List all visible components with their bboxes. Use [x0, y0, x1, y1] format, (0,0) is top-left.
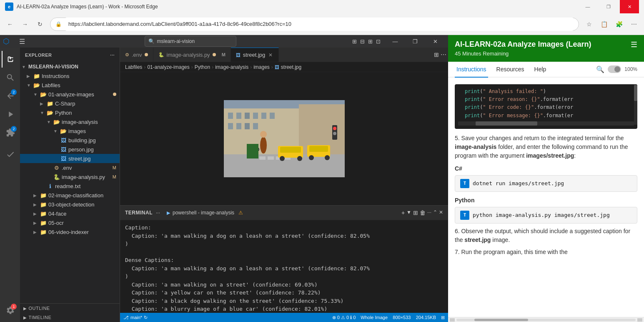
terminal-content[interactable]: Caption: Caption: 'a man walking a dog o…: [120, 220, 448, 313]
maximize-button[interactable]: ❐: [599, 0, 618, 13]
outline-header[interactable]: ▶ OUTLINE: [20, 304, 120, 313]
favorites-button[interactable]: ☆: [582, 18, 596, 31]
tree-item-readme[interactable]: ℹ readme.txt: [20, 181, 120, 191]
split-editor-tab-icon[interactable]: ⊞: [434, 51, 439, 58]
activity-test[interactable]: [2, 146, 18, 163]
terminal-add-icon[interactable]: +: [401, 209, 405, 216]
terminal-tab-powershell[interactable]: ▶ powershell - image-analysis ⚠: [163, 206, 246, 220]
grid-icon[interactable]: ⊡: [376, 38, 381, 45]
close-button[interactable]: ✕: [620, 0, 639, 13]
tree-item-py[interactable]: 🐍 image-analysis.py M: [20, 172, 120, 181]
forward-button[interactable]: →: [18, 18, 32, 31]
breadcrumb-python[interactable]: Python: [195, 64, 210, 70]
tab-env[interactable]: ⚙ .env: [120, 48, 153, 62]
timeline-header[interactable]: ▶ TIMELINE: [20, 313, 120, 322]
breadcrumb-file-icon: 🖼: [275, 65, 279, 70]
csharp-code-block[interactable]: T dotnet run images/street.jpg: [455, 175, 637, 192]
breadcrumb-images[interactable]: images: [253, 64, 270, 70]
tab-py[interactable]: 🐍 image-analysis.py M: [153, 48, 231, 62]
breadcrumb-ia[interactable]: image-analysis: [215, 64, 248, 70]
tree-item-images[interactable]: ▼ 📂 images: [20, 126, 120, 136]
hamburger-button[interactable]: ☰: [13, 35, 32, 48]
svg-point-21: [297, 156, 302, 161]
instructions-h-scrollbar[interactable]: ◀ ▶: [448, 317, 644, 322]
tree-item-02[interactable]: ▶ 📁 02-image-classification: [20, 191, 120, 200]
tree-item-05[interactable]: ▶ 📁 05-ocr: [20, 218, 120, 227]
folder-open2-icon: 📂: [40, 91, 47, 98]
branch-status[interactable]: ⎇ main* ↻: [123, 315, 148, 320]
activity-explorer[interactable]: [2, 51, 18, 68]
scroll-right-btn[interactable]: ▶: [637, 318, 642, 322]
nav-icons: ← → ↻: [3, 18, 47, 31]
tree-item-04[interactable]: ▶ 📁 04-face: [20, 209, 120, 218]
street-tab-close[interactable]: ✕: [268, 51, 273, 59]
tree-item-building[interactable]: 🖼 building.jpg: [20, 136, 120, 145]
breadcrumb-street[interactable]: street.jpg: [281, 64, 301, 70]
tab-help[interactable]: Help: [533, 62, 548, 78]
python-copy-icon[interactable]: T: [460, 211, 469, 220]
tree-root[interactable]: ▼ MSLEARN-AI-VISION: [20, 62, 120, 71]
extensions-button[interactable]: 🧩: [612, 18, 626, 31]
more-actions-icon[interactable]: ⋯: [441, 51, 446, 58]
activity-search[interactable]: [2, 69, 18, 86]
breadcrumb-01[interactable]: 01-analyze-images: [147, 64, 189, 70]
activity-extensions[interactable]: 2: [2, 124, 18, 141]
code-scrollbar[interactable]: [458, 121, 634, 126]
terminal-trash-icon[interactable]: 🗑: [420, 209, 426, 216]
02-folder-icon: 📁: [40, 192, 47, 199]
vscode-minimize[interactable]: —: [386, 35, 405, 48]
tree-item-env[interactable]: ⚙ .env M: [20, 163, 120, 172]
code-v-scrollbar[interactable]: [634, 84, 637, 125]
tree-item-image-analysis[interactable]: ▼ 📂 image-analysis: [20, 117, 120, 126]
instructions-content[interactable]: print(" Analysis failed: ") print(" Erro…: [448, 78, 644, 317]
tab-resources[interactable]: Resources: [495, 62, 526, 78]
terminal-dots2[interactable]: ···: [427, 209, 431, 216]
terminal-dots[interactable]: ···: [156, 210, 160, 216]
tree-item-instructions[interactable]: ▶ 📁 Instructions: [20, 71, 120, 80]
instructions-menu-icon[interactable]: ☰: [631, 40, 637, 49]
term-line-0: Caption:: [125, 224, 443, 232]
tree-item-csharp[interactable]: ▶ 📁 C-Sharp: [20, 99, 120, 108]
tab-street[interactable]: 🖼 street.jpg ✕: [231, 48, 279, 62]
url-input[interactable]: [65, 18, 574, 31]
timeline-label: TIMELINE: [29, 315, 52, 320]
search-tab-icon[interactable]: 🔍: [596, 65, 604, 73]
step5-bold: image-analysis: [455, 143, 496, 150]
tree-item-street[interactable]: 🖼 street.jpg: [20, 154, 120, 163]
scroll-left-btn[interactable]: ◀: [450, 318, 455, 322]
breadcrumb-labfiles[interactable]: Labfiles: [125, 64, 142, 70]
tree-item-06[interactable]: ▶ 📁 06-video-indexer: [20, 227, 120, 236]
search-box[interactable]: 🔍 mslearn-ai-vision: [145, 36, 236, 47]
lock-icon: 🔒: [55, 21, 62, 27]
tree-item-python[interactable]: ▼ 📂 Python: [20, 108, 120, 117]
python-code-block[interactable]: T python image-analysis.py images/street…: [455, 207, 637, 224]
explorer-dots[interactable]: ···: [110, 53, 115, 58]
layout2-icon[interactable]: ⊞: [368, 38, 373, 45]
terminal-chevron-icon[interactable]: ▼: [406, 209, 411, 216]
tab-instructions[interactable]: Instructions: [455, 62, 488, 78]
tab-actions: ⊞ ⋯: [434, 51, 448, 58]
errors-status[interactable]: ⊗ 0 ⚠ 0 ℹ 0: [332, 315, 356, 320]
layout-icon[interactable]: ⊟: [360, 38, 365, 45]
collections-button[interactable]: 📋: [597, 18, 611, 31]
terminal-split-icon[interactable]: ⊞: [413, 209, 418, 216]
vscode-maximize[interactable]: ❐: [406, 35, 425, 48]
settings-button[interactable]: ⋯: [627, 18, 641, 31]
tree-item-01[interactable]: ▼ 📂 01-analyze-images: [20, 90, 120, 99]
tree-item-person[interactable]: 🖼 person.jpg: [20, 145, 120, 154]
split-editor-icon[interactable]: ⊞: [352, 38, 357, 45]
tree-item-labfiles[interactable]: ▼ 📂 Labfiles: [20, 80, 120, 90]
activity-source-control[interactable]: 2: [2, 88, 18, 104]
terminal-minimize-icon[interactable]: ⌃: [433, 209, 437, 216]
refresh-button[interactable]: ↻: [33, 18, 47, 31]
activity-settings[interactable]: 1: [2, 302, 18, 319]
step6-text: 6. Observe the output, which should incl…: [455, 227, 637, 244]
vscode-close[interactable]: ✕: [426, 35, 445, 48]
minimize-button[interactable]: —: [578, 0, 597, 13]
csharp-copy-icon[interactable]: T: [460, 179, 469, 188]
back-button[interactable]: ←: [3, 18, 17, 31]
terminal-close-icon[interactable]: ✕: [439, 209, 443, 216]
tree-item-03[interactable]: ▶ 📁 03-object-detection: [20, 200, 120, 209]
toggle-switch[interactable]: [608, 65, 621, 73]
activity-run[interactable]: [2, 106, 18, 123]
